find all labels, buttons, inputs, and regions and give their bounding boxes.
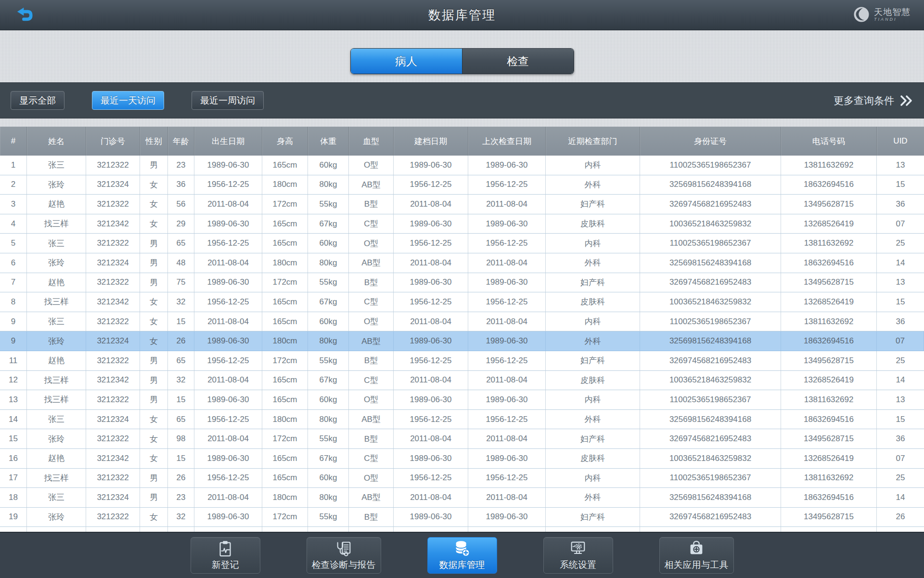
table-cell: 内科 [546,469,640,488]
table-cell: 1956-12-25 [194,469,262,488]
table-cell: 3212324 [86,175,140,195]
table-cell: 找三样 [27,469,86,488]
table-row[interactable]: 5张三3212322男651956-12-25165cm60kgO型1956-1… [0,234,924,253]
table-cell: 172cm [262,508,308,527]
table-cell: 23 [168,488,194,507]
table-cell: 13495628715 [781,195,877,214]
table-cell: 女 [140,410,168,429]
table-row[interactable]: 15张玲3212322女982011-08-04172cm55kgB型2011-… [0,429,924,449]
table-cell: 3212322 [86,312,140,331]
table-cell: 29 [168,214,194,234]
tab-patients[interactable]: 病人 [351,49,462,74]
table-row[interactable]: 17找三样3212322男261956-12-25165cm60kgO型1956… [0,469,924,488]
table-cell: 67kg [308,214,349,234]
table-row[interactable]: 19张玲3212322女321989-06-30172cm55kgB型1989-… [0,508,924,527]
table-cell: 张玲 [27,508,86,527]
nav-related-apps-tools-button[interactable]: 相关应用与工具 [659,537,734,574]
table-row[interactable]: 13找三样3212322男151989-06-30165cm60kgO型1989… [0,390,924,410]
table-cell: 外科 [546,253,640,273]
table-cell: 1956-12-25 [194,410,262,429]
nav-button-label: 检查诊断与报告 [312,559,376,571]
table-cell: 1956-12-25 [468,469,546,488]
table-cell: 15 [877,410,924,429]
table-cell: 女 [140,175,168,195]
more-query-conditions-link[interactable]: 更多查询条件 [834,94,913,107]
table-cell: 1989-06-30 [394,273,468,292]
table-row[interactable]: 16赵艳3212342女151989-06-30165cm67kgC型1989-… [0,449,924,469]
table-cell: B型 [349,273,394,292]
table-cell: 15 [877,292,924,312]
table-cell: 女 [140,508,168,527]
table-cell: 张三 [27,410,86,429]
table-cell: 4 [0,214,27,234]
table-cell: 100365218463259832 [640,292,781,312]
filter-last-day-button[interactable]: 最近一天访问 [92,91,164,110]
table-row[interactable]: 9张玲3212324女261989-06-30180cm80kgAB型1989-… [0,331,924,351]
table-cell: 56 [168,195,194,214]
table-cell: 男 [140,234,168,253]
table-cell: 1989-06-30 [394,390,468,409]
table-cell: 张玲 [27,253,86,273]
table-cell: 赵艳 [27,195,86,214]
table-cell: 55kg [308,351,349,370]
table-cell: 8 [0,292,27,312]
table-row[interactable]: 8找三样3212342女321956-12-25165cm67kgC型1956-… [0,292,924,312]
table-row[interactable]: 3赵艳3212322女562011-08-04172cm55kgB型2011-0… [0,195,924,214]
table-row[interactable]: 7赵艳3212322男751989-06-30172cm55kgB型1989-0… [0,273,924,293]
table-cell: 165cm [262,390,308,409]
table-row[interactable]: 14张三3212324女651956-12-25180cm80kgAB型1956… [0,410,924,430]
table-cell: 80kg [308,175,349,195]
table-cell: 女 [140,449,168,468]
table-cell: 男 [140,351,168,370]
table-cell: 100365218463259832 [640,371,781,390]
table-cell: 65 [168,410,194,429]
table-cell: 110025365198652367 [640,312,781,331]
table-cell: 6 [0,253,27,273]
table-cell: 女 [140,292,168,312]
table-cell: 2011-08-04 [468,312,546,331]
table-row[interactable]: 9张三3212322女152011-08-04165cm60kgO型2011-0… [0,312,924,332]
brand-logo-icon [853,6,870,23]
more-query-conditions-label: 更多查询条件 [834,94,894,107]
table-cell: 36 [877,195,924,214]
nav-database-management-button[interactable]: 数据库管理 [427,537,497,574]
table-cell: 1956-12-25 [468,410,546,429]
filter-last-week-button[interactable]: 最近一周访问 [192,91,264,110]
table-cell: 165cm [262,312,308,331]
nav-new-registration-button[interactable]: 新登记 [191,537,260,574]
table-cell: 19 [0,508,27,527]
table-cell: 165cm [262,469,308,488]
table-cell: 外科 [546,331,640,351]
database-plus-icon [452,539,472,558]
table-cell: 165cm [262,449,308,468]
nav-button-label: 相关应用与工具 [665,559,729,571]
nav-system-settings-button[interactable]: 系统设置 [543,537,613,574]
table-cell: 男 [140,156,168,175]
table-cell: 7 [0,273,27,292]
table-cell: 13811632692 [781,156,877,175]
table-cell: B型 [349,195,394,214]
table-row[interactable]: 11赵艳3212322男651956-12-25172cm55kgB型1956-… [0,351,924,371]
table-row[interactable]: 1张三3212322男231989-06-30165cm60kgO型1989-0… [0,156,924,175]
table-body: 1张三3212322男231989-06-30165cm60kgO型1989-0… [0,156,924,547]
table-cell: AB型 [349,253,394,273]
table-cell: 80kg [308,253,349,273]
table-cell: 180cm [262,175,308,195]
table-row[interactable]: 6张玲3212324男482011-08-04180cm80kgAB型2011-… [0,253,924,273]
table-cell: 17 [0,469,27,488]
table-row[interactable]: 2张玲3212324女361956-12-25180cm80kgAB型1956-… [0,175,924,195]
table-cell: 13495628715 [781,273,877,292]
table-cell: 1 [0,156,27,175]
table-row[interactable]: 4找三样3212342女291989-06-30165cm67kgC型1989-… [0,214,924,234]
table-cell: 67kg [308,371,349,390]
table-row[interactable]: 18张三3212324男232011-08-04180cm80kgAB型2011… [0,488,924,508]
table-row[interactable]: 12找三样3212342男322011-08-04165cm67kgC型2011… [0,371,924,391]
nav-exam-diagnosis-report-button[interactable]: 检查诊断与报告 [307,537,381,574]
tab-exams[interactable]: 检查 [462,49,574,74]
table-cell: 36 [877,429,924,448]
back-button[interactable] [14,5,36,26]
table-cell: 2011-08-04 [194,488,262,507]
table-cell: 3212324 [86,331,140,351]
table-cell: 内科 [546,312,640,331]
filter-show-all-button[interactable]: 显示全部 [11,91,64,110]
